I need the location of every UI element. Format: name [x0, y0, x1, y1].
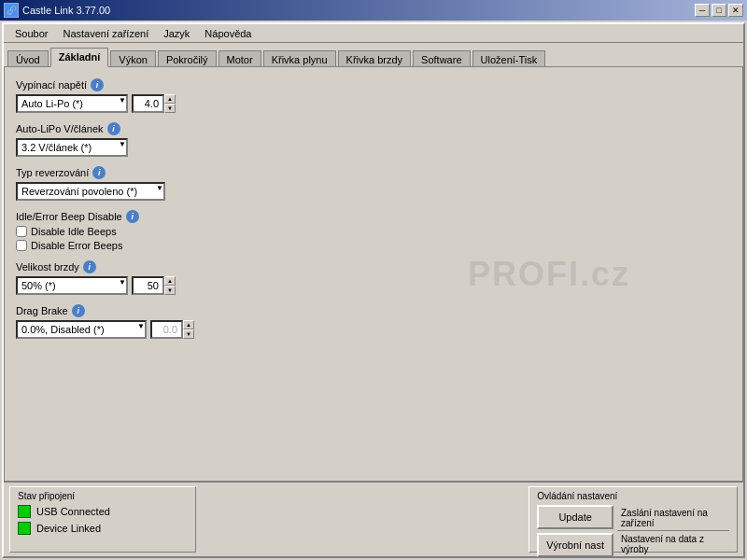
- checkbox-idle-label: Disable Idle Beeps: [31, 226, 117, 237]
- vypinaci-spinner-up[interactable]: ▲: [164, 94, 176, 104]
- vypinaci-select[interactable]: Auto Li-Po (*): [16, 94, 128, 113]
- form-group-velikost-brzdy: Velikost brzdy i 50% (*) ▲ ▼: [16, 260, 731, 295]
- checkbox-row-error: Disable Error Beeps: [16, 240, 731, 251]
- drag-brake-help-icon[interactable]: i: [72, 304, 85, 317]
- control-descriptions: Zaslání nastavení na zařízení Nastavení …: [617, 505, 729, 557]
- drag-brake-select[interactable]: 0.0%, Disabled (*): [16, 320, 147, 339]
- vypinaci-help-icon[interactable]: i: [91, 78, 104, 91]
- autolipo-label: Auto-LiPo V/článek: [16, 123, 104, 134]
- checkbox-idle-beeps[interactable]: [16, 226, 27, 237]
- control-panel: Ovládání nastavení Update Výrobní nast Z…: [529, 486, 738, 553]
- velikost-brzdy-spinner-down[interactable]: ▼: [164, 286, 176, 295]
- status-row-usb: USB Connected: [18, 505, 188, 518]
- minimize-button[interactable]: ─: [695, 4, 710, 17]
- velikost-brzdy-spinner-buttons: ▲ ▼: [164, 276, 176, 295]
- title-text: Castle Link 3.77.00: [22, 5, 110, 16]
- menu-nastaveni[interactable]: Nastavení zařízení: [55, 26, 156, 41]
- menu-soubor[interactable]: Soubor: [7, 26, 55, 41]
- vypinaci-label: Vypínací napětí: [16, 79, 87, 91]
- vypinaci-spinner: ▲ ▼: [132, 94, 176, 113]
- velikost-brzdy-spinner: ▲ ▼: [132, 276, 176, 295]
- form-group-reverzovani: Typ reverzování i Reverzování povoleno (…: [16, 166, 731, 201]
- bottom-bar: Stav připojení USB Connected Device Link…: [4, 482, 743, 556]
- main-window: Soubor Nastavení zařízení Jazyk Nápověda…: [2, 22, 745, 558]
- vypinaci-spinner-buttons: ▲ ▼: [164, 94, 176, 113]
- vypinaci-spinner-down[interactable]: ▼: [164, 104, 176, 113]
- idle-error-label: Idle/Error Beep Disable: [16, 211, 122, 222]
- velikost-brzdy-spinner-input[interactable]: [132, 276, 164, 295]
- drag-brake-spinner-down[interactable]: ▼: [183, 329, 194, 339]
- tab-bar: Úvod Základní Výkon Pokročilý Motor Křiv…: [4, 43, 743, 66]
- device-label: Device Linked: [36, 523, 101, 534]
- factory-desc: Nastavení na data z výroby: [617, 532, 729, 556]
- drag-brake-spinner: ▲ ▼: [150, 320, 194, 339]
- drag-brake-spinner-buttons: ▲ ▼: [183, 320, 194, 339]
- checkbox-error-label: Disable Error Beeps: [31, 240, 122, 251]
- drag-brake-select-wrapper: 0.0%, Disabled (*): [16, 320, 147, 339]
- app-icon: 🔗: [4, 3, 19, 18]
- menu-jazyk[interactable]: Jazyk: [156, 26, 197, 41]
- update-desc: Zaslání nastavení na zařízení: [617, 506, 729, 531]
- drag-brake-spinner-up[interactable]: ▲: [183, 320, 194, 329]
- velikost-brzdy-select-wrapper: 50% (*): [16, 276, 128, 295]
- close-button[interactable]: ✕: [728, 4, 743, 17]
- reverzovani-select[interactable]: Reverzování povoleno (*): [16, 182, 165, 201]
- autolipo-select[interactable]: 3.2 V/článek (*): [16, 138, 128, 157]
- form-group-idle-error: Idle/Error Beep Disable i Disable Idle B…: [16, 210, 731, 251]
- factory-button[interactable]: Výrobní nast: [537, 533, 613, 557]
- reverzovani-select-wrapper: Reverzování povoleno (*): [16, 182, 165, 201]
- velikost-brzdy-select[interactable]: 50% (*): [16, 276, 128, 295]
- update-button[interactable]: Update: [537, 505, 613, 529]
- control-title: Ovládání nastavení: [537, 491, 617, 501]
- maximize-button[interactable]: □: [712, 4, 726, 17]
- reverzovani-label: Typ reverzování: [16, 167, 89, 178]
- status-title: Stav připojení: [18, 491, 188, 501]
- menu-bar: Soubor Nastavení zařízení Jazyk Nápověda: [4, 24, 743, 43]
- form-group-autolipo: Auto-LiPo V/článek i 3.2 V/článek (*): [16, 122, 731, 157]
- vypinaci-select-wrapper: Auto Li-Po (*): [16, 94, 128, 113]
- control-btn-group: Update Výrobní nast: [537, 505, 613, 557]
- velikost-brzdy-label: Velikost brzdy: [16, 261, 79, 273]
- checkbox-error-beeps[interactable]: [16, 240, 27, 251]
- drag-brake-label: Drag Brake: [16, 305, 68, 316]
- status-row-device: Device Linked: [18, 522, 188, 535]
- form-group-drag-brake: Drag Brake i 0.0%, Disabled (*) ▲ ▼: [16, 304, 731, 339]
- velikost-brzdy-spinner-up[interactable]: ▲: [164, 276, 176, 286]
- tab-content: PROFI.cz Vypínací napětí i Auto Li-Po (*…: [4, 66, 743, 482]
- form-group-vypinaci: Vypínací napětí i Auto Li-Po (*) ▲ ▼: [16, 78, 731, 113]
- title-bar: 🔗 Castle Link 3.77.00 ─ □ ✕: [0, 0, 747, 21]
- drag-brake-spinner-input[interactable]: [150, 320, 183, 339]
- status-panel: Stav připojení USB Connected Device Link…: [9, 486, 196, 553]
- tab-zakladni[interactable]: Základní: [50, 48, 109, 67]
- usb-led: [18, 505, 31, 518]
- idle-error-help-icon[interactable]: i: [126, 210, 139, 223]
- autolipo-help-icon[interactable]: i: [107, 122, 120, 135]
- vypinaci-spinner-input[interactable]: [132, 94, 164, 113]
- menu-napoveda[interactable]: Nápověda: [197, 26, 259, 41]
- reverzovani-help-icon[interactable]: i: [92, 166, 106, 179]
- usb-label: USB Connected: [36, 506, 110, 517]
- autolipo-select-wrapper: 3.2 V/článek (*): [16, 138, 128, 157]
- velikost-brzdy-help-icon[interactable]: i: [83, 260, 96, 273]
- device-led: [18, 522, 31, 535]
- checkbox-row-idle: Disable Idle Beeps: [16, 226, 731, 237]
